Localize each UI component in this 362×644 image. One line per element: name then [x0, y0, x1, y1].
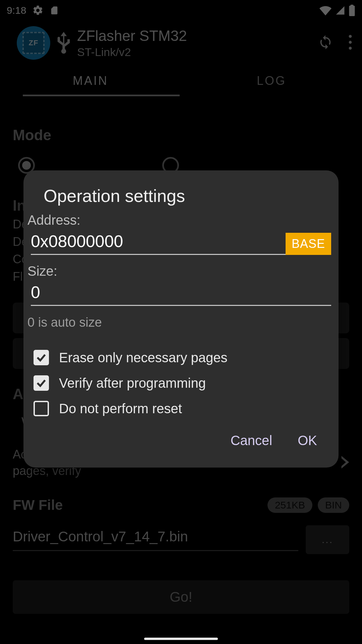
size-label: Size: — [27, 264, 335, 281]
checkbox-noreset-label: Do not perform reset — [59, 401, 182, 416]
checkbox-verify-row[interactable]: Verify after programming — [34, 375, 335, 391]
checkbox-noreset[interactable] — [34, 401, 49, 416]
cancel-button[interactable]: Cancel — [231, 433, 273, 448]
checkbox-erase[interactable] — [34, 350, 49, 365]
dialog-title: Operation settings — [27, 186, 335, 213]
address-input[interactable] — [31, 230, 286, 255]
base-button[interactable]: BASE — [286, 233, 331, 255]
checkbox-erase-label: Erase only necessary pages — [59, 350, 228, 365]
checkbox-noreset-row[interactable]: Do not perform reset — [34, 401, 335, 416]
operation-settings-dialog: Operation settings Address: BASE Size: 0… — [23, 170, 339, 468]
checkbox-erase-row[interactable]: Erase only necessary pages — [34, 350, 335, 365]
size-hint: 0 is auto size — [27, 315, 335, 330]
address-label: Address: — [27, 213, 335, 230]
ok-button[interactable]: OK — [298, 433, 317, 448]
size-input[interactable] — [31, 281, 331, 306]
checkbox-verify-label: Verify after programming — [59, 376, 206, 391]
checkbox-verify[interactable] — [34, 375, 49, 391]
nav-gesture-pill — [144, 638, 218, 640]
